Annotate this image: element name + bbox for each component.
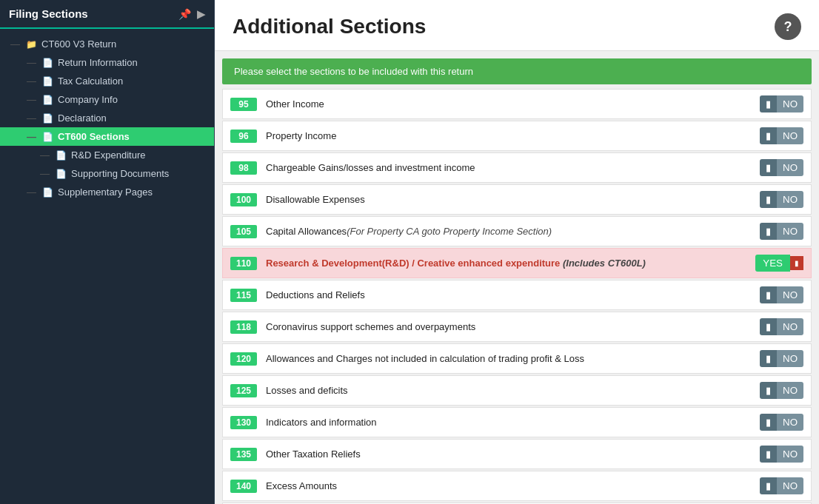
toggle-button[interactable]: ▮NO	[760, 286, 803, 303]
toggle-no-btn[interactable]: NO	[777, 350, 803, 367]
toggle-off-btn[interactable]: ▮	[760, 382, 777, 399]
sidebar-item-label: Supporting Documents	[71, 168, 169, 179]
toggle-no-btn[interactable]: NO	[777, 446, 803, 463]
toggle-button[interactable]: ▮NO	[760, 446, 803, 463]
sidebar-item-ct600-v3[interactable]: — 📁 CT600 V3 Return	[0, 35, 214, 53]
sidebar-item-return-info[interactable]: — 📄 Return Information	[0, 53, 214, 72]
toggle-yes-btn[interactable]: YES	[755, 255, 790, 272]
toggle-off-btn[interactable]: ▮	[760, 414, 777, 431]
toggle-dark-btn[interactable]: ▮	[790, 256, 803, 270]
toggle-button[interactable]: ▮NO	[760, 350, 803, 367]
doc-icon: 📄	[42, 95, 53, 105]
sidebar-title: Filing Sections	[9, 7, 88, 20]
section-number: 110	[230, 257, 257, 270]
toggle-button[interactable]: ▮NO	[760, 382, 803, 399]
toggle-button[interactable]: ▮NO	[760, 318, 803, 335]
toggle-no-btn[interactable]: NO	[777, 223, 803, 240]
toggle-no-btn[interactable]: NO	[777, 477, 803, 494]
sidebar-item-label: R&D Expenditure	[71, 149, 145, 161]
toggle-off-btn[interactable]: ▮	[760, 159, 777, 176]
section-label: Coronavirus support schemes and overpaym…	[266, 321, 760, 332]
section-label: Allowances and Charges not included in c…	[266, 353, 760, 364]
toggle-button[interactable]: ▮NO	[760, 477, 803, 494]
sidebar-item-company-info[interactable]: — 📄 Company Info	[0, 90, 214, 109]
doc-icon: 📄	[56, 169, 67, 179]
section-label: Property Income	[266, 130, 760, 141]
section-row: 100Disallowable Expenses▮NO	[222, 184, 812, 215]
section-number: 95	[230, 98, 257, 111]
doc-icon: 📄	[42, 58, 53, 68]
doc-icon: 📄	[42, 113, 53, 124]
section-label: Excess Amounts	[266, 480, 760, 491]
toggle-off-btn[interactable]: ▮	[760, 95, 777, 112]
sidebar-item-label: CT600 Sections	[58, 131, 130, 142]
sidebar-item-label: CT600 V3 Return	[41, 38, 116, 50]
expand-icon[interactable]: ▶	[197, 8, 205, 20]
help-icon[interactable]: ?	[775, 13, 801, 40]
toggle-no-btn[interactable]: NO	[777, 286, 803, 303]
tree-dash: —	[27, 75, 36, 87]
sidebar-item-tax-calc[interactable]: — 📄 Tax Calculation	[0, 72, 214, 90]
sidebar-item-supplementary-pages[interactable]: — 📄 Supplementary Pages	[0, 183, 214, 201]
sections-list: 95Other Income▮NO96Property Income▮NO98C…	[215, 89, 819, 504]
main-header: Additional Sections ?	[215, 0, 819, 51]
section-row: 98Chargeable Gains/losses and investment…	[222, 152, 812, 183]
section-label: Deductions and Reliefs	[266, 289, 760, 300]
section-label: Chargeable Gains/losses and investment i…	[266, 162, 760, 173]
pin-icon[interactable]: 📌	[178, 8, 191, 20]
toggle-no-btn[interactable]: NO	[777, 127, 803, 144]
section-number: 130	[230, 416, 257, 429]
subtitle-bar: Please select the sections to be include…	[222, 58, 812, 84]
section-number: 135	[230, 448, 257, 461]
toggle-off-btn[interactable]: ▮	[760, 286, 777, 303]
tree-dash: —	[40, 149, 50, 161]
toggle-off-btn[interactable]: ▮	[760, 318, 777, 335]
toggle-off-btn[interactable]: ▮	[760, 191, 777, 208]
toggle-off-btn[interactable]: ▮	[760, 350, 777, 367]
sidebar-item-label: Supplementary Pages	[58, 187, 153, 198]
sidebar-header-icons: 📌 ▶	[178, 8, 205, 20]
section-number: 118	[230, 320, 257, 334]
sidebar-item-supporting-docs[interactable]: — 📄 Supporting Documents	[0, 164, 214, 183]
toggle-off-btn[interactable]: ▮	[760, 446, 777, 463]
section-number: 140	[230, 480, 257, 493]
sidebar-item-declaration[interactable]: — 📄 Declaration	[0, 109, 214, 127]
toggle-no-btn[interactable]: NO	[777, 159, 803, 176]
toggle-off-btn[interactable]: ▮	[760, 477, 777, 494]
toggle-button[interactable]: ▮NO	[760, 127, 803, 144]
folder-icon: 📁	[26, 39, 37, 50]
section-label: Research & Development(R&D) / Creative e…	[266, 258, 755, 269]
section-row: 96Property Income▮NO	[222, 121, 812, 151]
toggle-button[interactable]: ▮NO	[760, 159, 803, 176]
toggle-off-btn[interactable]: ▮	[760, 127, 777, 144]
toggle-button[interactable]: YES▮	[755, 255, 803, 272]
section-number: 120	[230, 352, 257, 366]
tree-dash: —	[27, 94, 36, 105]
sidebar-item-rd-expenditure[interactable]: — 📄 R&D Expenditure	[0, 146, 214, 164]
toggle-off-btn[interactable]: ▮	[760, 223, 777, 240]
sidebar: Filing Sections 📌 ▶ — 📁 CT600 V3 Return …	[0, 0, 215, 504]
toggle-no-btn[interactable]: NO	[777, 382, 803, 399]
section-label: Indicators and information	[266, 417, 760, 428]
section-number: 125	[230, 384, 257, 397]
sidebar-item-label: Tax Calculation	[58, 75, 123, 87]
sidebar-item-ct600-sections[interactable]: — 📄 CT600 Sections	[0, 127, 214, 146]
section-row: 115Deductions and Reliefs▮NO	[222, 280, 812, 310]
tree-dash: —	[10, 38, 20, 50]
doc-icon: 📄	[42, 187, 53, 198]
toggle-button[interactable]: ▮NO	[760, 223, 803, 240]
toggle-button[interactable]: ▮NO	[760, 95, 803, 112]
toggle-no-btn[interactable]: NO	[777, 95, 803, 112]
tree-dash: —	[40, 168, 50, 179]
toggle-no-btn[interactable]: NO	[777, 318, 803, 335]
section-row: 120Allowances and Charges not included i…	[222, 343, 812, 374]
toggle-no-btn[interactable]: NO	[777, 191, 803, 208]
section-label: Losses and deficits	[266, 385, 760, 396]
toggle-button[interactable]: ▮NO	[760, 414, 803, 431]
toggle-button[interactable]: ▮NO	[760, 191, 803, 208]
section-number: 105	[230, 225, 257, 238]
sidebar-item-label: Return Information	[58, 57, 138, 68]
toggle-no-btn[interactable]: NO	[777, 414, 803, 431]
sidebar-item-label: Declaration	[58, 112, 107, 124]
sidebar-header: Filing Sections 📌 ▶	[0, 0, 214, 29]
